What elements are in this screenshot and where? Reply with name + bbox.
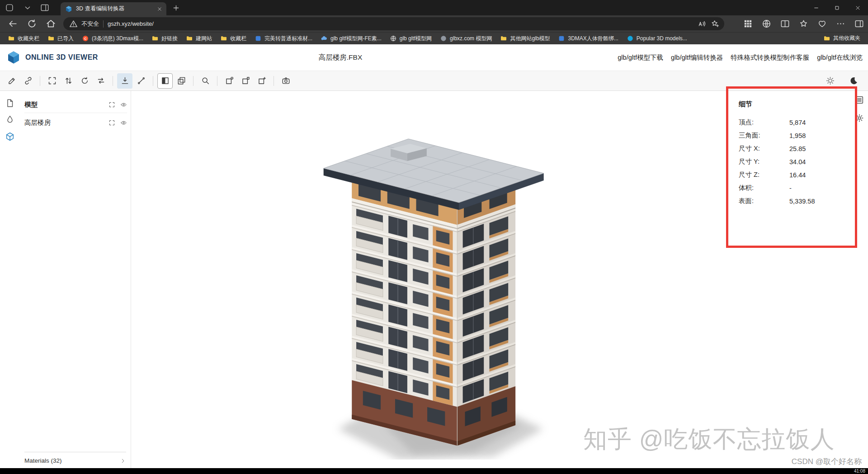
bookmark-item[interactable]: 已导入 xyxy=(43,33,78,44)
site-nav-link[interactable]: glb/gltf编辑转换器 xyxy=(671,53,723,62)
other-favorites-label: 其他收藏夹 xyxy=(833,34,860,42)
bookmark-item[interactable]: 3DMAX人体骨骼绑... xyxy=(554,33,622,44)
light-theme-button[interactable] xyxy=(822,73,838,89)
sidebar-icon[interactable] xyxy=(854,19,864,29)
tab-search-icon[interactable] xyxy=(23,3,33,13)
bookmark-item[interactable]: C(3条消息) 3Dmax模... xyxy=(78,33,147,44)
minimize-button[interactable] xyxy=(806,0,826,15)
fit-tool-button[interactable] xyxy=(44,73,60,89)
site-nav-link[interactable]: glb/gltf模型下载 xyxy=(618,53,663,62)
globe-icon[interactable] xyxy=(761,19,772,29)
grid-icon[interactable] xyxy=(743,19,753,29)
viewer-canvas[interactable]: 细节 顶点:5,874三角面:1,958尺寸 X:25.85尺寸 Y:34.04… xyxy=(131,91,868,474)
edit-tool-button[interactable] xyxy=(4,73,19,89)
bookmark-item[interactable]: glb gltf模型网-FE素... xyxy=(316,33,386,44)
bookmark-item[interactable]: Popular 3D models... xyxy=(623,33,691,43)
browser-tab[interactable]: 3D 查看编辑转换器 xyxy=(61,2,166,15)
bookmark-item[interactable]: 收藏栏 xyxy=(216,33,250,44)
bookmark-item[interactable]: 好链接 xyxy=(147,33,182,44)
export-panel-icon[interactable] xyxy=(5,98,15,108)
split-icon[interactable] xyxy=(780,19,790,29)
bookmark-item[interactable]: glbxz.com 模型网 xyxy=(436,33,496,44)
edges-icon xyxy=(137,76,146,85)
dots-icon[interactable] xyxy=(835,19,846,29)
plane3-tool-button[interactable] xyxy=(254,73,269,89)
chevron-right-icon xyxy=(120,458,126,464)
tree-header-row[interactable]: 模型 xyxy=(24,96,127,113)
visibility-icon[interactable] xyxy=(120,101,127,108)
rotate-tool-button[interactable] xyxy=(77,73,92,89)
model-file-title: 高层楼房.FBX xyxy=(319,53,362,62)
maximize-icon xyxy=(834,5,840,11)
home-button[interactable] xyxy=(45,18,57,29)
bookmarks-list: 收藏夹栏已导入C(3条消息) 3Dmax模...好链接建网站收藏栏完美转普通标准… xyxy=(4,33,691,44)
flip-tool-button[interactable] xyxy=(61,73,76,89)
dark-theme-button[interactable] xyxy=(846,73,861,89)
site-brand[interactable]: ONLINE 3D VIEWER xyxy=(6,50,98,65)
other-favorites-button[interactable]: 其他收藏夹 xyxy=(819,33,864,43)
add-favorite-icon[interactable] xyxy=(710,19,720,28)
bookmark-item[interactable]: 建网站 xyxy=(182,33,216,44)
folder-icon xyxy=(220,35,227,42)
settings-panel-toggle-icon[interactable] xyxy=(854,113,864,123)
visibility-icon[interactable] xyxy=(120,119,127,126)
bookmark-item[interactable]: 其他网站glb模型 xyxy=(496,33,554,44)
camera-tool-button[interactable] xyxy=(278,73,293,89)
close-button[interactable] xyxy=(847,0,868,15)
edges-tool-button[interactable] xyxy=(133,73,149,89)
bookmark-item[interactable]: glb gltf模型网 xyxy=(386,33,436,44)
fit-to-window-icon[interactable] xyxy=(108,119,115,126)
site-nav-link[interactable]: glb/gltf在线浏览 xyxy=(817,53,863,62)
rotate-icon xyxy=(80,76,90,85)
swap-tool-button[interactable] xyxy=(93,73,108,89)
sidebar-icon-strip xyxy=(0,91,20,474)
plane3-icon xyxy=(257,76,267,85)
security-warning-icon[interactable] xyxy=(69,19,78,28)
maximize-button[interactable] xyxy=(826,0,847,15)
half-tool-button[interactable] xyxy=(157,73,173,89)
swap-icon xyxy=(96,76,106,85)
detail-row: 尺寸 Z:16.44 xyxy=(739,168,850,181)
half-icon xyxy=(160,76,170,85)
heart-icon[interactable] xyxy=(817,19,827,29)
site-nav-link[interactable]: 特殊格式转换模型制作客服 xyxy=(731,53,809,62)
bookmark-item[interactable]: 收藏夹栏 xyxy=(4,33,43,44)
read-aloud-icon[interactable] xyxy=(697,19,707,28)
folder-icon xyxy=(500,35,507,42)
back-button[interactable] xyxy=(7,18,19,29)
fit-to-window-icon[interactable] xyxy=(108,101,115,108)
detail-row: 表面:5,339.58 xyxy=(739,194,850,208)
details-panel-toggle-icon[interactable] xyxy=(854,95,864,105)
detail-row: 尺寸 Y:34.04 xyxy=(739,155,850,168)
address-bar[interactable]: 不安全 gszh.xyz/website/ xyxy=(63,17,724,30)
tree-item-row[interactable]: 高层楼房 xyxy=(24,114,127,131)
panes-tool-button[interactable] xyxy=(174,73,189,89)
new-tab-button[interactable] xyxy=(172,4,180,12)
detail-row: 顶点:5,874 xyxy=(739,116,850,129)
link-tool-button[interactable] xyxy=(20,73,36,89)
materials-section-button[interactable]: Materials (32) xyxy=(24,452,126,464)
flip-icon xyxy=(64,76,73,85)
ground-tool-button[interactable] xyxy=(117,73,132,89)
materials-panel-icon[interactable] xyxy=(5,114,15,124)
bookmark-label: 收藏夹栏 xyxy=(18,35,39,43)
detail-label: 表面: xyxy=(739,197,789,205)
magnify-tool-button[interactable] xyxy=(198,73,213,89)
bottom-black-bar: 41:08 xyxy=(0,468,868,474)
refresh-button[interactable] xyxy=(26,18,38,29)
edit-icon xyxy=(7,76,17,85)
skfb-icon xyxy=(627,35,634,42)
bookmark-item[interactable]: 完美转普通标准材... xyxy=(250,33,316,44)
vertical-tabs-icon[interactable] xyxy=(40,3,50,13)
bookmark-label: 已导入 xyxy=(57,35,74,43)
folder-icon xyxy=(8,35,15,42)
star-icon[interactable] xyxy=(798,19,809,29)
meshes-panel-icon[interactable] xyxy=(5,132,15,142)
cloud-icon xyxy=(321,35,328,42)
plane2-tool-button[interactable] xyxy=(238,73,253,89)
workspaces-icon[interactable] xyxy=(5,3,14,13)
tab-close-icon[interactable] xyxy=(156,6,163,12)
plane1-tool-button[interactable] xyxy=(222,73,237,89)
model-tree-panel: 模型 高层楼房 Materials (32) xyxy=(20,91,131,474)
detail-label: 顶点: xyxy=(739,118,789,127)
